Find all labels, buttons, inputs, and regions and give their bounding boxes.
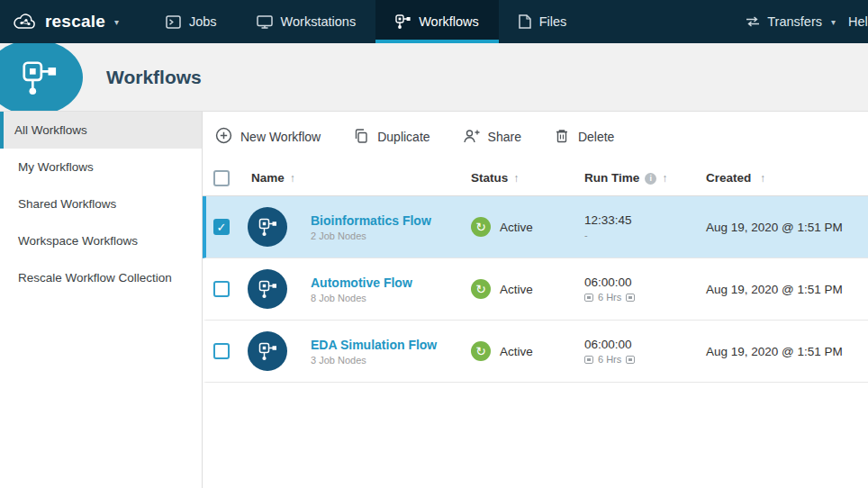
workflows-page-badge bbox=[0, 43, 83, 112]
nav-label-jobs: Jobs bbox=[189, 14, 217, 29]
page-title: Workflows bbox=[106, 67, 202, 88]
runtime-value: 12:33:45 bbox=[584, 213, 706, 227]
sort-asc-icon-runtime: ↑ bbox=[662, 172, 667, 185]
new-workflow-label: New Workflow bbox=[240, 130, 321, 144]
runtime-sub: 6 Hrs bbox=[584, 354, 706, 365]
brand-name: rescale bbox=[45, 12, 105, 32]
status-active-icon: ↻ bbox=[471, 279, 491, 299]
column-header-runtime[interactable]: Run Time↑ bbox=[584, 171, 706, 185]
name-header-label: Name bbox=[251, 171, 285, 185]
duplicate-label: Duplicate bbox=[377, 130, 429, 144]
column-header-name[interactable]: Name ↑ bbox=[244, 171, 471, 185]
primary-nav: Jobs Workstations Workflows bbox=[146, 0, 586, 43]
workflow-nodes-label: 3 Job Nodes bbox=[311, 355, 437, 366]
workflow-avatar bbox=[248, 269, 287, 309]
workflow-nodes-label: 8 Job Nodes bbox=[311, 293, 412, 303]
workflow-nodes-label: 2 Job Nodes bbox=[311, 230, 431, 241]
nav-item-jobs[interactable]: Jobs bbox=[146, 0, 237, 43]
jobs-icon bbox=[166, 15, 181, 29]
workflow-avatar bbox=[248, 207, 287, 247]
status-label: Active bbox=[500, 221, 533, 234]
sidebar-item-rescale-workflow-collection[interactable]: Rescale Workflow Collection bbox=[0, 259, 202, 296]
sort-asc-icon-status: ↑ bbox=[513, 172, 519, 185]
duplicate-button[interactable]: Duplicate bbox=[353, 128, 429, 147]
runtime-sub: 6 Hrs bbox=[584, 292, 706, 303]
share-button[interactable]: Share bbox=[463, 128, 521, 147]
transfers-menu[interactable]: Transfers ▾ bbox=[733, 14, 848, 29]
runtime-sub-label: 6 Hrs bbox=[598, 354, 621, 365]
workflow-glyph-icon bbox=[258, 217, 277, 237]
share-label: Share bbox=[488, 130, 521, 144]
nav-label-workstations: Workstations bbox=[281, 14, 357, 29]
brand[interactable]: rescale ▾ bbox=[0, 0, 133, 43]
column-header-status[interactable]: Status ↑ bbox=[471, 171, 584, 185]
sidebar-item-shared-workflows[interactable]: Shared Workflows bbox=[0, 185, 202, 222]
created-value: Aug 19, 2020 @ 1:51 PM bbox=[706, 221, 843, 234]
sidebar-item-workspace-workflows[interactable]: Workspace Workflows bbox=[0, 222, 202, 259]
workflow-name-link[interactable]: EDA Simulation Flow bbox=[311, 338, 437, 352]
brand-caret-icon: ▾ bbox=[114, 17, 119, 27]
help-menu[interactable]: Help bbox=[848, 14, 868, 29]
workflow-name-link[interactable]: Bioinformatics Flow bbox=[311, 213, 431, 228]
share-person-icon bbox=[463, 128, 480, 147]
top-nav-right: Transfers ▾ Help bbox=[733, 0, 868, 43]
table-header-row: Name ↑ Status ↑ Run Time↑ Created ↑ bbox=[203, 160, 868, 196]
runtime-sub-label: 6 Hrs bbox=[598, 292, 621, 303]
sidebar-item-all-workflows[interactable]: All Workflows bbox=[0, 112, 202, 149]
new-workflow-button[interactable]: New Workflow bbox=[215, 127, 321, 147]
delete-button[interactable]: Delete bbox=[554, 128, 614, 147]
sidebar-item-my-workflows[interactable]: My Workflows bbox=[0, 149, 202, 185]
runtime-limit-icon bbox=[626, 356, 635, 364]
main-panel: New Workflow Duplicate bbox=[203, 112, 868, 488]
status-label: Active bbox=[500, 283, 533, 296]
nav-item-files[interactable]: Files bbox=[499, 0, 587, 43]
status-active-icon: ↻ bbox=[471, 341, 491, 361]
content: All Workflows My Workflows Shared Workfl… bbox=[0, 112, 868, 488]
select-all-checkbox[interactable] bbox=[213, 170, 230, 186]
sort-asc-icon-created: ↑ bbox=[760, 172, 765, 185]
nav-label-workflows: Workflows bbox=[419, 14, 479, 29]
column-header-created[interactable]: Created ↑ bbox=[706, 171, 868, 185]
workflow-glyph-icon bbox=[258, 341, 277, 361]
workflows-icon bbox=[395, 14, 411, 29]
workstations-icon bbox=[257, 15, 273, 29]
delete-label: Delete bbox=[578, 130, 614, 144]
status-label: Active bbox=[500, 345, 533, 358]
created-header-label: Created bbox=[706, 171, 751, 185]
workflow-avatar bbox=[248, 331, 287, 371]
trash-icon bbox=[554, 128, 570, 147]
plus-circle-icon bbox=[215, 127, 232, 147]
table-row-bioinformatics-flow[interactable]: Bioinformatics Flow 2 Job Nodes ↻ Active… bbox=[203, 196, 868, 258]
created-value: Aug 19, 2020 @ 1:51 PM bbox=[706, 283, 843, 296]
runtime-info-icon[interactable] bbox=[645, 173, 656, 185]
page-header: Workflows bbox=[0, 43, 868, 112]
rescale-logo-icon bbox=[11, 13, 38, 32]
runtime-sub: - bbox=[584, 230, 706, 240]
nav-item-workstations[interactable]: Workstations bbox=[237, 0, 376, 43]
duplicate-icon bbox=[353, 128, 369, 147]
toolbar: New Workflow Duplicate bbox=[203, 112, 868, 160]
sort-asc-icon-name: ↑ bbox=[290, 172, 295, 185]
workflow-badge-icon bbox=[20, 59, 58, 96]
row-checkbox[interactable] bbox=[213, 281, 230, 297]
status-active-icon: ↻ bbox=[471, 217, 491, 237]
status-header-label: Status bbox=[471, 171, 508, 185]
row-checkbox[interactable] bbox=[213, 343, 230, 359]
table-row-eda-simulation-flow[interactable]: EDA Simulation Flow 3 Job Nodes ↻ Active… bbox=[203, 321, 868, 383]
runtime-value: 06:00:00 bbox=[584, 276, 706, 289]
nav-item-workflows[interactable]: Workflows bbox=[375, 0, 499, 43]
runtime-limit-icon bbox=[584, 294, 593, 302]
runtime-limit-icon bbox=[626, 294, 635, 302]
workflow-name-link[interactable]: Automotive Flow bbox=[311, 276, 412, 290]
files-icon bbox=[519, 14, 531, 29]
runtime-value: 06:00:00 bbox=[584, 338, 706, 351]
runtime-limit-icon bbox=[584, 356, 593, 364]
transfers-icon bbox=[746, 16, 760, 27]
transfers-caret-icon: ▾ bbox=[831, 17, 836, 27]
row-checkbox[interactable] bbox=[213, 219, 230, 235]
table-row-automotive-flow[interactable]: Automotive Flow 8 Job Nodes ↻ Active 06:… bbox=[203, 258, 868, 321]
runtime-header-label: Run Time bbox=[584, 171, 639, 185]
transfers-label: Transfers bbox=[767, 14, 822, 29]
created-value: Aug 19, 2020 @ 1:51 PM bbox=[706, 345, 843, 358]
workflow-glyph-icon bbox=[258, 279, 277, 299]
